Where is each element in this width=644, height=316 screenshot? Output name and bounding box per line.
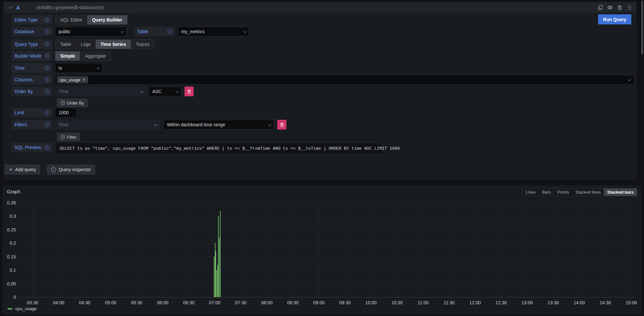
query-type-option-traces[interactable]: Traces — [131, 40, 154, 49]
display-mode-option-lines[interactable]: Lines — [522, 188, 539, 196]
query-type-option-logs[interactable]: Logs — [76, 40, 95, 49]
legend-item-cpu-usage[interactable]: cpu_usage — [7, 306, 37, 311]
x-gridline — [189, 203, 189, 297]
limit-input[interactable]: 1000 — [55, 108, 76, 117]
graph-panel-title: Graph — [7, 189, 21, 194]
display-mode-option-stacked-bars[interactable]: Stacked bars — [604, 188, 637, 196]
x-gridline — [371, 203, 371, 297]
add-filter-button[interactable]: + Filter — [57, 133, 80, 141]
x-gridline — [319, 203, 319, 297]
query-type-info-icon[interactable]: i — [45, 42, 49, 47]
x-gridline — [137, 203, 137, 297]
display-mode-option-stacked-lines[interactable]: Stacked lines — [572, 188, 604, 196]
time-label: Time i — [12, 63, 52, 73]
y-axis-tick-label: 0.05 — [3, 281, 16, 286]
x-gridline — [241, 203, 241, 297]
x-gridline — [527, 203, 528, 297]
database-select[interactable]: public — [55, 27, 127, 36]
columns-multiselect[interactable]: cpu_usage ✕ — [55, 75, 634, 85]
editor-type-info-icon[interactable]: i — [45, 18, 49, 22]
remove-tag-icon[interactable]: ✕ — [83, 78, 86, 82]
run-query-button[interactable]: Run Query — [598, 14, 631, 24]
x-axis-tick-label: 12:00 — [469, 300, 481, 305]
plus-circle-icon: + — [61, 101, 65, 105]
x-axis-tick-label: 06:30 — [183, 300, 194, 305]
editor-type-option-query-builder[interactable]: Query Builder — [87, 15, 127, 24]
x-gridline — [397, 203, 397, 297]
columns-info-icon[interactable]: i — [45, 77, 49, 82]
info-circle-icon: i — [51, 167, 56, 172]
table-select[interactable]: my_metrics — [178, 27, 249, 36]
x-axis-tick-label: 09:30 — [339, 300, 350, 305]
time-info-icon[interactable]: i — [45, 66, 49, 70]
y-axis-tick-label: 0.3 — [3, 213, 16, 219]
columns-label: Columns i — [12, 75, 52, 85]
add-query-button[interactable]: + Add query — [5, 165, 40, 174]
x-gridline — [423, 203, 423, 297]
page-scrollbar[interactable] — [641, 1, 643, 54]
query-type-option-table[interactable]: Table — [55, 40, 76, 49]
builder-mode-switch: SimpleAggregate — [55, 51, 111, 61]
query-inspector-button[interactable]: i Query inspector — [47, 165, 95, 174]
builder-mode-option-aggregate[interactable]: Aggregate — [80, 51, 111, 61]
editor-type-label: Editor Type i — [12, 15, 52, 25]
chevron-down-icon — [154, 123, 157, 126]
display-mode-option-points[interactable]: Points — [554, 188, 572, 196]
database-info-icon[interactable]: i — [45, 29, 49, 34]
order-by-info-icon[interactable]: i — [45, 89, 49, 94]
remove-filter-button[interactable] — [277, 120, 286, 130]
display-mode-option-bars[interactable]: Bars — [539, 188, 554, 196]
x-axis-tick-label: 09:00 — [313, 300, 324, 305]
x-axis-tick-label: 05:30 — [131, 300, 142, 305]
remove-query-trash-icon[interactable] — [617, 5, 623, 10]
sql-preview-info-icon[interactable]: i — [45, 145, 49, 150]
x-axis-tick-label: 10:30 — [391, 300, 403, 305]
filter-condition-select[interactable]: Within dashboard time range — [163, 120, 274, 130]
order-by-direction-select[interactable]: ASC — [149, 87, 181, 96]
order-by-column-select[interactable]: Time — [55, 87, 146, 96]
database-label: Database i — [12, 27, 52, 36]
chevron-down-icon — [97, 66, 100, 69]
x-axis-tick-label: 11:00 — [418, 300, 429, 305]
x-gridline — [293, 203, 293, 297]
hide-response-eye-icon[interactable] — [607, 5, 613, 10]
x-axis-tick-label: 13:30 — [547, 300, 559, 305]
query-type-option-time-series[interactable]: Time Series — [96, 40, 131, 49]
sql-preview-text: SELECT ts as "time", cpu_usage FROM "pub… — [55, 143, 383, 154]
x-gridline — [501, 203, 501, 297]
plus-icon: + — [9, 167, 13, 172]
chevron-down-icon — [140, 89, 144, 93]
table-info-icon[interactable]: i — [168, 29, 172, 34]
x-axis-tick-label: 11:30 — [444, 300, 455, 305]
legend-series-name: cpu_usage — [15, 306, 37, 311]
x-gridline — [579, 203, 580, 297]
legend-color-swatch — [7, 308, 12, 309]
x-axis-tick-label: 03:30 — [27, 300, 38, 305]
x-gridline — [553, 203, 554, 297]
bar-cpu_usage-07:07[interactable] — [220, 211, 221, 297]
filters-label: Filters i — [12, 120, 52, 130]
time-column-select[interactable]: ts — [55, 63, 103, 73]
x-axis-tick-label: 04:30 — [79, 300, 90, 305]
filters-info-icon[interactable]: i — [45, 122, 49, 127]
datasource-name: (info8fcc-greptimedb-datasource) — [37, 5, 104, 10]
builder-mode-info-icon[interactable]: i — [45, 54, 49, 58]
x-axis-tick-label: 05:00 — [105, 300, 116, 305]
editor-type-option-sql-editor[interactable]: SQL Editor — [55, 15, 87, 24]
query-row-header[interactable]: A (info8fcc-greptimedb-datasource) — [4, 2, 636, 13]
y-axis-tick-label: 0.2 — [3, 240, 16, 246]
chevron-down-icon — [121, 30, 124, 33]
limit-info-icon[interactable]: i — [45, 110, 49, 115]
x-gridline — [163, 203, 163, 297]
y-axis-tick-label: 0.15 — [3, 254, 16, 259]
collapse-chevron-icon[interactable] — [9, 4, 13, 8]
remove-order-by-button[interactable] — [185, 87, 194, 96]
filter-column-select[interactable]: Time — [55, 120, 160, 130]
column-tag-cpu-usage: cpu_usage ✕ — [57, 76, 88, 83]
x-axis-tick-label: 13:00 — [521, 300, 533, 305]
drag-handle-icon[interactable] — [627, 5, 632, 10]
add-order-by-button[interactable]: + Order By — [57, 99, 88, 107]
chevron-down-icon — [268, 123, 271, 126]
duplicate-query-icon[interactable] — [597, 5, 603, 10]
builder-mode-option-simple[interactable]: Simple — [55, 51, 80, 61]
